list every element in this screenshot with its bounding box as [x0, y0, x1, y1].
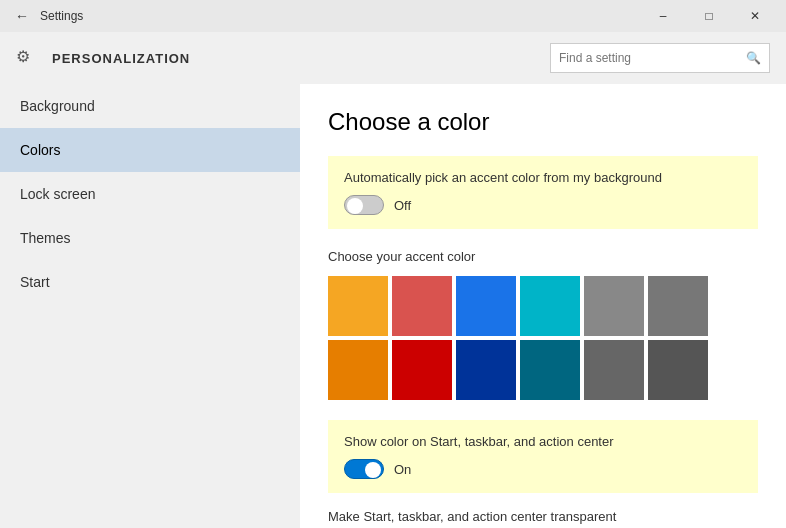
- sidebar-item-lockscreen[interactable]: Lock screen: [0, 172, 300, 216]
- back-button[interactable]: ←: [8, 2, 36, 30]
- search-box: 🔍: [550, 43, 770, 73]
- settings-gear-icon: ⚙: [16, 46, 40, 70]
- color-swatch-darkgray2[interactable]: [648, 340, 708, 400]
- show-color-toggle-label: On: [394, 462, 411, 477]
- auto-pick-toggle-label: Off: [394, 198, 411, 213]
- page-title: Choose a color: [328, 108, 758, 136]
- color-grid: [328, 276, 758, 400]
- sidebar: Background Colors Lock screen Themes Sta…: [0, 84, 300, 528]
- minimize-button[interactable]: –: [640, 0, 686, 32]
- color-swatch-darkteal[interactable]: [520, 340, 580, 400]
- show-color-label: Show color on Start, taskbar, and action…: [344, 434, 742, 449]
- sidebar-item-start[interactable]: Start: [0, 260, 300, 304]
- content-area: Choose a color Automatically pick an acc…: [300, 84, 786, 528]
- app-title: PERSONALIZATION: [52, 51, 550, 66]
- accent-color-title: Choose your accent color: [328, 249, 758, 264]
- titlebar-title: Settings: [40, 9, 640, 23]
- transparent-section: Make Start, taskbar, and action center t…: [328, 509, 758, 528]
- auto-pick-section: Automatically pick an accent color from …: [328, 156, 758, 229]
- color-swatch-red[interactable]: [392, 340, 452, 400]
- auto-pick-toggle-row: Off: [344, 195, 742, 215]
- color-swatch-darkblue[interactable]: [456, 340, 516, 400]
- toggle-thumb-show: [365, 462, 381, 478]
- maximize-icon: □: [705, 9, 712, 23]
- color-swatch-gray2[interactable]: [648, 276, 708, 336]
- app-header: ⚙ PERSONALIZATION 🔍: [0, 32, 786, 84]
- auto-pick-label: Automatically pick an accent color from …: [344, 170, 742, 185]
- show-color-toggle-row: On: [344, 459, 742, 479]
- color-swatch-gray1[interactable]: [584, 276, 644, 336]
- transparent-label: Make Start, taskbar, and action center t…: [328, 509, 758, 524]
- color-swatch-darkgray1[interactable]: [584, 340, 644, 400]
- sidebar-item-colors[interactable]: Colors: [0, 128, 300, 172]
- color-swatch-coral[interactable]: [392, 276, 452, 336]
- toggle-thumb: [347, 198, 363, 214]
- accent-color-section: Choose your accent color: [328, 249, 758, 400]
- search-input[interactable]: [559, 51, 746, 65]
- color-swatch-blue[interactable]: [456, 276, 516, 336]
- show-color-section: Show color on Start, taskbar, and action…: [328, 420, 758, 493]
- color-swatch-gold[interactable]: [328, 276, 388, 336]
- show-color-toggle[interactable]: [344, 459, 384, 479]
- color-swatch-teal[interactable]: [520, 276, 580, 336]
- close-icon: ✕: [750, 9, 760, 23]
- titlebar: ← Settings – □ ✕: [0, 0, 786, 32]
- close-button[interactable]: ✕: [732, 0, 778, 32]
- color-swatch-orange[interactable]: [328, 340, 388, 400]
- minimize-icon: –: [660, 9, 667, 23]
- maximize-button[interactable]: □: [686, 0, 732, 32]
- sidebar-item-background[interactable]: Background: [0, 84, 300, 128]
- search-icon: 🔍: [746, 51, 761, 65]
- window-controls: – □ ✕: [640, 0, 778, 32]
- back-icon: ←: [15, 8, 29, 24]
- auto-pick-toggle[interactable]: [344, 195, 384, 215]
- main-layout: Background Colors Lock screen Themes Sta…: [0, 84, 786, 528]
- sidebar-item-themes[interactable]: Themes: [0, 216, 300, 260]
